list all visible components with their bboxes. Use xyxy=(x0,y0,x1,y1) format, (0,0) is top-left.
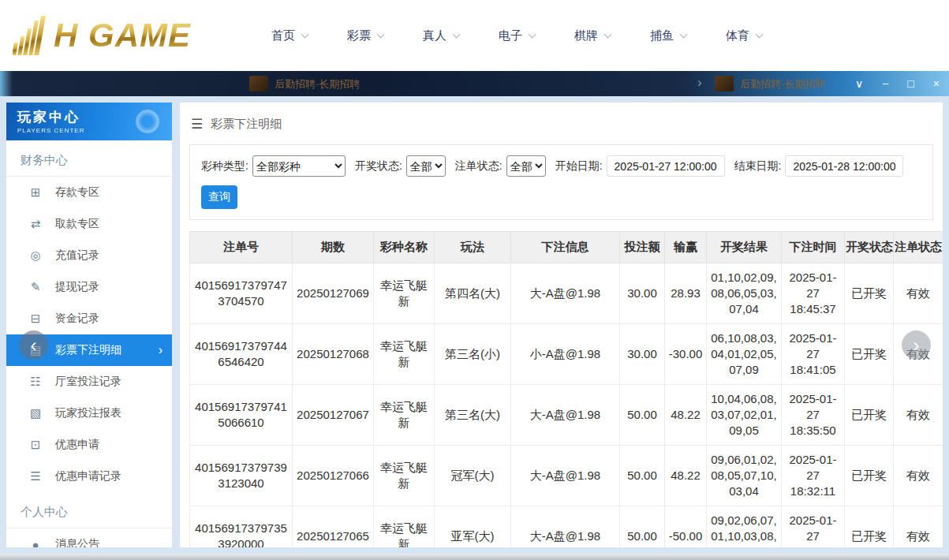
table-cell: 有效 xyxy=(894,506,943,548)
column-header: 玩法 xyxy=(435,232,511,263)
bet-table-body: 40156917379747370457020250127069幸运飞艇新第四名… xyxy=(190,263,943,548)
carousel-prev-button[interactable]: ‹ xyxy=(19,330,48,360)
table-cell: 28.93 xyxy=(665,263,707,324)
menu-icon[interactable]: ☰ xyxy=(191,116,203,133)
draw-status-select[interactable]: 全部 xyxy=(406,155,446,177)
table-header-row: 注单号 期数 彩种名称 玩法 下注信息 投注额 输赢 开奖结果 下注时间 开奖状… xyxy=(190,232,943,263)
nav-item-live[interactable]: 真人 xyxy=(423,28,459,43)
chevron-down-icon xyxy=(301,30,309,38)
window-minimize-icon[interactable]: − xyxy=(882,78,888,89)
bet-status-label: 注单状态: xyxy=(455,159,503,174)
page: { "header": { "logo_text": "H GAME", "na… xyxy=(0,0,949,560)
nav-item-chess[interactable]: 棋牌 xyxy=(574,28,611,43)
page-title: 彩票下注明细 xyxy=(211,117,282,132)
sidebar-item-fund-records[interactable]: ⊟ 资金记录 xyxy=(6,303,172,334)
sidebar-item-withdraw-records[interactable]: ✎ 提现记录 xyxy=(6,271,172,303)
sidebar-item-label: 优惠申请 xyxy=(55,438,99,452)
sidebar-item-withdraw-zone[interactable]: ⇄ 取款专区 xyxy=(6,208,172,240)
column-header: 期数 xyxy=(293,232,374,263)
nav-item-label: 真人 xyxy=(423,28,446,43)
start-date-input[interactable] xyxy=(607,155,725,177)
carousel-next-button[interactable]: › xyxy=(902,330,931,360)
table-cell: 2025-01-27 18:25:39 xyxy=(782,506,845,548)
table-cell: 大-A盘@1.98 xyxy=(511,263,620,324)
chevron-left-icon: ‹ xyxy=(31,334,37,356)
table-cell: 48.22 xyxy=(665,446,707,506)
sidebar-header: 玩家中心 PLAYERS CENTER xyxy=(6,103,172,140)
chevron-down-icon xyxy=(377,30,385,38)
chevron-down-icon xyxy=(604,30,612,38)
sidebar-item-promo-apply-records[interactable]: ☰ 优惠申请记录 xyxy=(6,461,172,492)
lottery-type-select[interactable]: 全部彩种 xyxy=(252,155,346,177)
banner-next-icon[interactable]: › xyxy=(697,75,702,91)
window-collapse-icon[interactable]: ∨ xyxy=(855,78,863,89)
sidebar-item-label: 优惠申请记录 xyxy=(55,469,121,483)
sidebar-item-deposit-zone[interactable]: ⊞ 存款专区 xyxy=(6,177,172,208)
table-cell: 已开奖 xyxy=(845,385,894,446)
main-nav: 首页 彩票 真人 电子 棋牌 捕鱼 体育 xyxy=(271,28,762,43)
table-cell: 09,06,01,02,08,05,07,10,03,04 xyxy=(707,446,782,506)
fund-records-icon: ⊟ xyxy=(28,312,43,326)
banner-thumbnail xyxy=(249,76,268,91)
logo[interactable]: H GAME xyxy=(13,16,243,55)
chevron-down-icon xyxy=(529,30,536,38)
column-header: 下注信息 xyxy=(511,232,620,263)
table-cell: 第三名(小) xyxy=(435,324,511,385)
sidebar-item-label: 消息公告 xyxy=(55,537,99,547)
table-cell: 48.22 xyxy=(665,385,707,446)
sidebar-item-messages[interactable]: ● 消息公告 xyxy=(6,528,172,547)
nav-item-slots[interactable]: 电子 xyxy=(499,28,535,43)
chevron-down-icon xyxy=(756,30,764,38)
promo-apply-records-icon: ☰ xyxy=(28,469,43,483)
table-cell: 401569173797415066610 xyxy=(190,385,293,446)
sidebar-item-promo-apply[interactable]: ⊡ 优惠申请 xyxy=(6,429,172,461)
breadcrumb: ☰ 彩票下注明细 xyxy=(180,103,943,143)
sidebar-item-label: 存款专区 xyxy=(55,185,99,200)
site-header: H GAME 首页 彩票 真人 电子 棋牌 捕鱼 体育 xyxy=(0,0,949,71)
table-cell: 已开奖 xyxy=(845,263,894,324)
column-header: 注单号 xyxy=(190,232,293,263)
table-cell: 已开奖 xyxy=(845,324,894,385)
table-cell: 幸运飞艇新 xyxy=(374,263,435,324)
sidebar-item-label: 提现记录 xyxy=(55,280,99,294)
section-label: 个人中心 xyxy=(21,505,68,518)
hall-bet-records-icon: ☷ xyxy=(28,375,43,389)
sidebar-item-hall-bet-records[interactable]: ☷ 厅室投注记录 xyxy=(6,366,172,398)
column-header: 开奖结果 xyxy=(707,232,782,263)
nav-item-sports[interactable]: 体育 xyxy=(726,28,762,43)
column-header: 注单状态 xyxy=(894,232,943,263)
table-cell: 亚军(大) xyxy=(435,506,511,548)
table-cell: 大-A盘@1.98 xyxy=(511,385,620,446)
recharge-records-icon: ◎ xyxy=(28,248,43,263)
chevron-down-icon xyxy=(680,30,688,38)
table-cell: 幸运飞艇新 xyxy=(374,324,435,385)
table-cell: 2025-01-27 18:41:05 xyxy=(782,324,845,385)
table-cell: 2025-01-27 18:45:37 xyxy=(782,263,845,324)
banner-thumbnail xyxy=(715,76,734,91)
table-row: 40156917379739312304020250127066幸运飞艇新冠军(… xyxy=(190,446,943,506)
nav-item-fishing[interactable]: 捕鱼 xyxy=(650,28,686,43)
sidebar-item-label: 彩票下注明细 xyxy=(55,343,121,357)
nav-item-lottery[interactable]: 彩票 xyxy=(347,28,383,43)
sidebar-item-player-bet-report[interactable]: ▧ 玩家投注报表 xyxy=(6,398,172,429)
bet-status-select[interactable]: 全部 xyxy=(506,155,546,177)
column-header: 下注时间 xyxy=(782,232,845,263)
end-date-input[interactable] xyxy=(785,155,903,177)
window-close-icon[interactable]: × xyxy=(933,78,940,89)
logo-text: H GAME xyxy=(54,17,191,54)
search-button[interactable]: 查询 xyxy=(201,185,237,209)
start-date-label: 开始日期: xyxy=(555,159,603,174)
table-cell: 第四名(大) xyxy=(435,263,511,324)
chevron-right-icon: › xyxy=(914,334,920,356)
background-banner: 后勤招聘·长期招聘 › 后勤招聘·长期招聘 ∨ − □ × xyxy=(0,71,949,96)
table-cell: 幸运飞艇新 xyxy=(374,446,435,506)
column-header: 输赢 xyxy=(665,232,707,263)
table-cell: 冠军(大) xyxy=(435,446,511,506)
chevron-right-icon: › xyxy=(159,344,163,357)
window-maximize-icon[interactable]: □ xyxy=(907,78,914,89)
nav-item-home[interactable]: 首页 xyxy=(271,28,308,43)
nav-item-label: 捕鱼 xyxy=(650,28,674,43)
table-cell: 第三名(大) xyxy=(435,385,511,446)
sidebar-item-recharge-records[interactable]: ◎ 充值记录 xyxy=(6,240,172,271)
lottery-type-label: 彩种类型: xyxy=(201,159,248,174)
